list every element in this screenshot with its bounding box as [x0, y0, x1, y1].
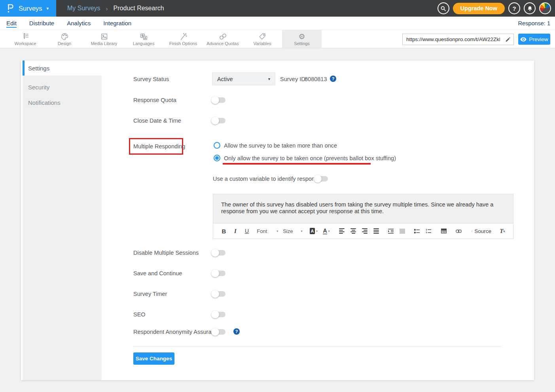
- toolbar-advance-quotas[interactable]: Advance Quotas: [203, 30, 242, 48]
- justify-icon: [373, 228, 379, 234]
- disable-sessions-toggle[interactable]: [212, 250, 225, 256]
- toolbar-design[interactable]: Design: [45, 30, 84, 48]
- notifications-button[interactable]: [524, 2, 536, 14]
- survey-id-value: 8080813: [305, 76, 327, 82]
- chevron-down-icon: ▾: [316, 229, 318, 233]
- toolbar-languages[interactable]: Languages: [124, 30, 163, 48]
- toolbar-workspace[interactable]: Workspace: [6, 30, 45, 48]
- toolbar-media-library[interactable]: Media Library: [84, 30, 124, 48]
- seo-toggle[interactable]: [212, 312, 225, 317]
- media-library-icon: [100, 32, 108, 41]
- sidebar-item-settings[interactable]: Settings: [23, 61, 102, 76]
- save-changes-button[interactable]: Save Changes: [133, 352, 174, 365]
- bullet-list-button[interactable]: [414, 226, 420, 236]
- align-right-button[interactable]: [362, 226, 367, 236]
- response-quota-toggle[interactable]: [212, 97, 225, 103]
- design-icon: [61, 32, 69, 41]
- toolbar-variables[interactable]: Variables: [242, 30, 282, 48]
- table-button[interactable]: [441, 226, 447, 236]
- edit-url-button[interactable]: [502, 34, 513, 45]
- radio-unselected-icon[interactable]: [214, 142, 220, 149]
- help-button[interactable]: ?: [508, 2, 520, 14]
- annotation-red-underline: [223, 163, 371, 165]
- user-avatar[interactable]: [539, 2, 551, 14]
- breadcrumb-my-surveys[interactable]: My Surveys: [67, 5, 100, 12]
- background-color-button[interactable]: A▾: [310, 226, 318, 236]
- link-button[interactable]: [456, 226, 462, 236]
- settings-panel: Settings Security Notifications Survey S…: [21, 61, 534, 380]
- justify-button[interactable]: [373, 226, 379, 236]
- settings-sidebar: Settings Security Notifications: [23, 61, 102, 380]
- search-button[interactable]: [438, 2, 449, 14]
- survey-timer-toggle[interactable]: [212, 291, 225, 297]
- variables-icon: [258, 32, 267, 41]
- multiple-responding-label: Multiple Responding: [133, 143, 185, 150]
- remove-format-button[interactable]: Tx: [500, 226, 505, 236]
- chevron-down-icon: ▾: [301, 229, 303, 233]
- align-center-button[interactable]: [350, 226, 356, 236]
- search-icon: [440, 6, 446, 11]
- source-button[interactable]: Source: [472, 226, 491, 236]
- sidebar-item-security[interactable]: Security: [23, 80, 102, 95]
- radio-option-only-once[interactable]: Only allow the survey to be taken once (…: [214, 155, 396, 161]
- increase-indent-button[interactable]: [388, 226, 394, 236]
- highlight-color-icon: A: [310, 228, 315, 234]
- save-continue-toggle[interactable]: [212, 271, 225, 276]
- numbered-list-button[interactable]: [426, 226, 431, 236]
- product-switcher[interactable]: Surveys ▾: [0, 0, 56, 17]
- source-doc-icon: [472, 228, 472, 234]
- breadcrumb-current: Product Research: [114, 5, 164, 12]
- underline-button[interactable]: U: [244, 226, 250, 236]
- radio-option-multiple-allowed[interactable]: Allow the survey to be taken more than o…: [214, 142, 337, 149]
- sidebar-item-notifications[interactable]: Notifications: [23, 95, 102, 110]
- editor-message-area[interactable]: The owner of this survey has disabled us…: [213, 194, 513, 223]
- anonymity-label: Respondent Anonymity Assurance: [133, 329, 221, 335]
- close-date-toggle[interactable]: [212, 118, 225, 123]
- toolbar-settings[interactable]: ⚙ Settings: [282, 30, 322, 48]
- size-dropdown[interactable]: Size▾: [285, 226, 301, 236]
- bold-button[interactable]: B: [221, 226, 227, 236]
- tab-integration[interactable]: Integration: [103, 20, 131, 27]
- breadcrumb: My Surveys › Product Research: [56, 5, 164, 12]
- sidebar-group: Security Notifications: [23, 76, 102, 380]
- custom-variable-toggle[interactable]: [314, 176, 328, 182]
- table-icon: [441, 228, 447, 234]
- tab-distribute[interactable]: Distribute: [29, 20, 54, 27]
- link-icon: [456, 229, 462, 233]
- survey-url-field: [402, 34, 514, 45]
- editor-toolbar: B I U Font▾ Size▾ A▾ A▾: [213, 223, 513, 239]
- align-left-button[interactable]: [339, 226, 345, 236]
- survey-status-label: Survey Status: [133, 76, 169, 82]
- survey-id-label: Survey ID:: [280, 76, 307, 82]
- edit-toolbar: Workspace Design Media Library Languages…: [0, 30, 555, 48]
- bell-icon: [527, 6, 533, 11]
- anonymity-toggle[interactable]: [212, 329, 225, 335]
- survey-url-input[interactable]: [403, 34, 502, 45]
- save-continue-label: Save and Continue: [133, 270, 182, 276]
- gear-icon: ⚙: [298, 32, 305, 41]
- decrease-indent-button[interactable]: [400, 226, 405, 236]
- ballot-message-editor: The owner of this survey has disabled us…: [213, 194, 513, 239]
- bullet-list-icon: [414, 229, 420, 234]
- tab-analytics[interactable]: Analytics: [67, 20, 91, 27]
- chevron-down-icon: ▾: [328, 229, 330, 233]
- seo-label: SEO: [133, 311, 146, 318]
- survey-status-dropdown[interactable]: Active ▾: [212, 72, 275, 85]
- response-count[interactable]: Response: 1: [518, 20, 550, 27]
- survey-timer-label: Survey Timer: [133, 291, 167, 297]
- finish-options-icon: [179, 32, 188, 41]
- text-color-button[interactable]: A▾: [324, 226, 329, 236]
- disable-sessions-label: Disable Multiple Sessions: [133, 250, 199, 256]
- italic-button[interactable]: I: [233, 226, 238, 236]
- tab-edit[interactable]: Edit: [6, 20, 17, 27]
- radio-selected-icon[interactable]: [214, 155, 220, 161]
- preview-button[interactable]: Preview: [518, 34, 550, 45]
- upgrade-now-button[interactable]: Upgrade Now: [453, 3, 505, 14]
- font-dropdown[interactable]: Font▾: [259, 226, 277, 236]
- anonymity-help-icon[interactable]: ?: [233, 328, 240, 335]
- product-name: Surveys: [19, 5, 42, 12]
- toolbar-finish-options[interactable]: Finish Options: [163, 30, 203, 48]
- survey-id-help-icon[interactable]: ?: [330, 76, 336, 82]
- numbered-list-icon: [426, 229, 431, 234]
- indent-icon: [388, 229, 394, 234]
